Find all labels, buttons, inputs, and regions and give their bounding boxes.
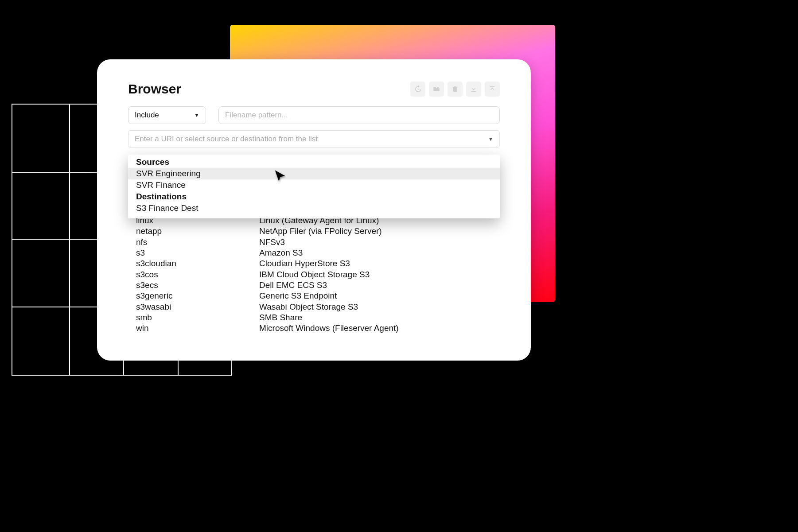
type-row[interactable]: s3cosIBM Cloud Object Storage S3 <box>128 269 500 280</box>
type-row[interactable]: nfsNFSv3 <box>128 237 500 248</box>
type-desc: Cloudian HyperStore S3 <box>259 258 492 269</box>
type-key: s3generic <box>136 291 259 301</box>
cursor-icon <box>273 169 287 184</box>
type-row[interactable]: winMicrosoft Windows (Fileserver Agent) <box>128 323 500 334</box>
toolbar <box>410 82 500 97</box>
filter-row: Include ▼ <box>128 106 500 124</box>
type-desc: IBM Cloud Object Storage S3 <box>259 269 492 280</box>
type-key: s3wasabi <box>136 302 259 312</box>
type-desc: NFSv3 <box>259 237 492 248</box>
type-key: s3ecs <box>136 280 259 291</box>
include-select[interactable]: Include ▼ <box>128 106 206 124</box>
type-desc: Dell EMC ECS S3 <box>259 280 492 291</box>
svg-point-0 <box>437 87 439 89</box>
type-key: s3 <box>136 248 259 258</box>
type-key: smb <box>136 312 259 323</box>
history-icon[interactable] <box>410 82 425 97</box>
type-desc: Wasabi Object Storage S3 <box>259 302 492 312</box>
browser-panel: Browser Include ▼ Enter a URI <box>97 59 531 361</box>
type-row[interactable]: s3Amazon S3 <box>128 248 500 258</box>
type-list: linuxLinux (Gateway Agent for Linux)neta… <box>128 215 500 334</box>
type-key: s3cloudian <box>136 258 259 269</box>
chevron-down-icon: ▼ <box>194 112 199 118</box>
dropdown-item-svr-engineering[interactable]: SVR Engineering <box>128 168 500 179</box>
trash-icon[interactable] <box>448 82 463 97</box>
type-row[interactable]: s3ecsDell EMC ECS S3 <box>128 280 500 291</box>
dropdown-heading-sources: Sources <box>128 156 500 168</box>
type-row[interactable]: s3wasabiWasabi Object Storage S3 <box>128 302 500 312</box>
upload-icon[interactable] <box>485 82 500 97</box>
type-desc: Microsoft Windows (Fileserver Agent) <box>259 323 492 334</box>
type-key: netapp <box>136 226 259 237</box>
uri-combobox-placeholder: Enter a URI or select source or destinat… <box>135 135 318 144</box>
uri-dropdown: Sources SVR Engineering SVR Finance Dest… <box>128 155 500 218</box>
type-row[interactable]: s3genericGeneric S3 Endpoint <box>128 291 500 301</box>
chevron-down-icon: ▼ <box>488 136 493 142</box>
type-row[interactable]: netappNetApp Filer (via FPolicy Server) <box>128 226 500 237</box>
dropdown-item-svr-finance[interactable]: SVR Finance <box>128 179 500 191</box>
dropdown-item-s3-finance-dest[interactable]: S3 Finance Dest <box>128 202 500 214</box>
type-row[interactable]: s3cloudianCloudian HyperStore S3 <box>128 258 500 269</box>
type-row[interactable]: smbSMB Share <box>128 312 500 323</box>
type-desc: Generic S3 Endpoint <box>259 291 492 301</box>
panel-header: Browser <box>128 82 500 97</box>
include-select-label: Include <box>135 111 159 120</box>
type-desc: NetApp Filer (via FPolicy Server) <box>259 226 492 237</box>
filename-pattern-input[interactable] <box>218 106 500 124</box>
type-desc: SMB Share <box>259 312 492 323</box>
dropdown-heading-destinations: Destinations <box>128 191 500 202</box>
download-icon[interactable] <box>466 82 481 97</box>
type-desc: Amazon S3 <box>259 248 492 258</box>
uri-combobox[interactable]: Enter a URI or select source or destinat… <box>128 130 500 148</box>
type-key: nfs <box>136 237 259 248</box>
type-key: s3cos <box>136 269 259 280</box>
type-key: win <box>136 323 259 334</box>
folder-settings-icon[interactable] <box>429 82 444 97</box>
page-title: Browser <box>128 82 181 97</box>
